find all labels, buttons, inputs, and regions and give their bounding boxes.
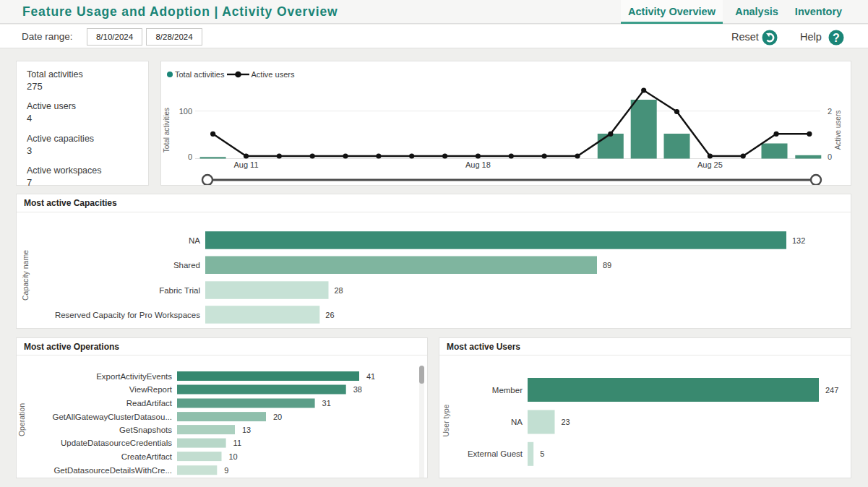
svg-text:89: 89 bbox=[603, 261, 611, 270]
svg-text:Capacity name: Capacity name bbox=[21, 250, 30, 301]
svg-text:Active users: Active users bbox=[834, 111, 842, 150]
svg-text:2: 2 bbox=[828, 107, 832, 116]
svg-text:100: 100 bbox=[179, 107, 192, 116]
svg-text:External Guest: External Guest bbox=[468, 449, 523, 458]
svg-text:41: 41 bbox=[366, 372, 375, 381]
svg-text:11: 11 bbox=[233, 439, 241, 447]
svg-text:Operation: Operation bbox=[17, 403, 26, 436]
svg-text:GetAllGatewayClusterDatasou...: GetAllGatewayClusterDatasou... bbox=[52, 413, 172, 421]
svg-text:Reserved Capacity for Pro Work: Reserved Capacity for Pro Workspaces bbox=[55, 311, 200, 319]
svg-text:NA: NA bbox=[189, 236, 200, 245]
svg-text:ReadArtifact: ReadArtifact bbox=[126, 399, 173, 408]
svg-text:UpdateDatasourceCredentials: UpdateDatasourceCredentials bbox=[61, 439, 172, 447]
svg-text:13: 13 bbox=[242, 426, 251, 434]
svg-text:28: 28 bbox=[335, 286, 343, 295]
svg-text:5: 5 bbox=[540, 449, 544, 458]
svg-text:ViewReport: ViewReport bbox=[129, 385, 173, 394]
svg-text:NA: NA bbox=[511, 418, 523, 426]
svg-text:Total activities: Total activities bbox=[163, 108, 171, 152]
svg-text:0: 0 bbox=[828, 152, 832, 161]
svg-text:ExportActivityEvents: ExportActivityEvents bbox=[96, 372, 172, 381]
svg-text:Total activities: Total activities bbox=[175, 70, 225, 79]
svg-text:247: 247 bbox=[825, 386, 838, 395]
svg-text:Aug 18: Aug 18 bbox=[465, 160, 491, 169]
svg-text:38: 38 bbox=[353, 385, 362, 394]
svg-text:Active users: Active users bbox=[252, 70, 295, 79]
svg-text:26: 26 bbox=[325, 311, 334, 319]
svg-text:Shared: Shared bbox=[173, 261, 200, 270]
svg-text:9: 9 bbox=[224, 466, 228, 475]
svg-text:Aug 25: Aug 25 bbox=[697, 160, 723, 169]
svg-text:10: 10 bbox=[229, 452, 238, 461]
svg-text:GetSnapshots: GetSnapshots bbox=[119, 426, 172, 434]
svg-text:0: 0 bbox=[188, 152, 192, 161]
svg-text:Aug 11: Aug 11 bbox=[233, 160, 258, 169]
svg-text:Member: Member bbox=[492, 386, 523, 395]
svg-text:CreateArtifact: CreateArtifact bbox=[121, 452, 173, 461]
svg-text:GetDatasourceDetailsWithCre...: GetDatasourceDetailsWithCre... bbox=[53, 466, 172, 475]
svg-text:31: 31 bbox=[322, 399, 331, 408]
svg-text:?: ? bbox=[833, 32, 840, 44]
svg-text:User type: User type bbox=[442, 404, 450, 436]
svg-text:Fabric Trial: Fabric Trial bbox=[159, 286, 200, 295]
svg-text:20: 20 bbox=[273, 413, 282, 421]
svg-text:23: 23 bbox=[562, 418, 570, 426]
svg-text:132: 132 bbox=[792, 236, 805, 245]
